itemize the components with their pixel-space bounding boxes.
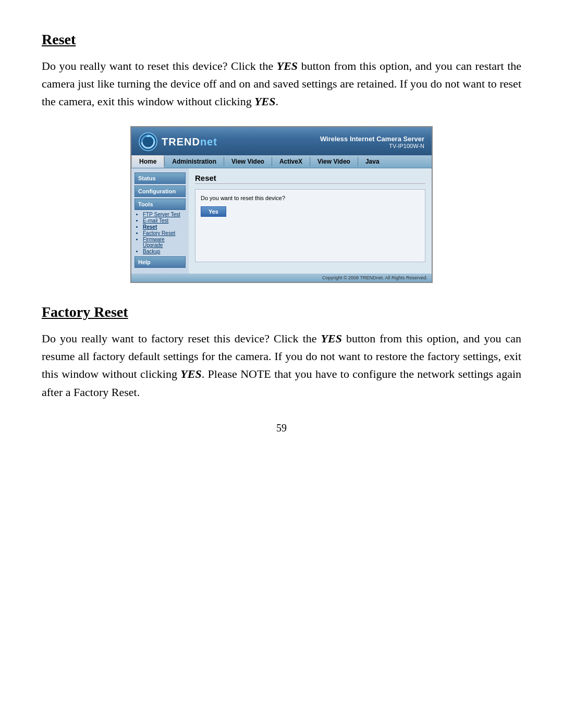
cam-logo: TRENDnet: [139, 132, 217, 151]
cam-header: TRENDnet Wireless Internet Camera Server…: [131, 127, 432, 155]
factory-reset-para-start: Do you really want to factory reset this…: [42, 332, 321, 345]
nav-view-video-activex-btn[interactable]: View Video: [224, 155, 272, 168]
sidebar-factory-reset-link[interactable]: Factory Reset: [143, 230, 175, 236]
sidebar-email-test-link[interactable]: E-mail Test: [143, 218, 168, 224]
sidebar-status-btn[interactable]: Status: [134, 172, 186, 184]
sidebar-tools-list: FTP Server Test E-mail Test Reset Factor…: [134, 212, 186, 254]
cam-sidebar: Status Configuration Tools FTP Server Te…: [131, 168, 189, 274]
sidebar-ftp-server-test[interactable]: FTP Server Test: [143, 212, 186, 217]
nav-view-video-java-btn[interactable]: View Video: [310, 155, 358, 168]
nav-activex-btn[interactable]: ActiveX: [272, 155, 310, 168]
cam-body: Status Configuration Tools FTP Server Te…: [131, 168, 432, 274]
cam-title-right: Wireless Internet Camera Server TV-IP100…: [320, 135, 424, 149]
factory-reset-yes-mid: YES: [180, 367, 201, 380]
sidebar-firmware-upgrade-link[interactable]: Firmware Upgrade: [143, 237, 165, 248]
reset-section-title: Reset: [42, 31, 521, 48]
trendnet-logo-icon: [139, 132, 157, 151]
nav-java-btn[interactable]: Java: [358, 155, 387, 168]
sidebar-backup-link[interactable]: Backup: [143, 249, 160, 254]
reset-para-start: Do you really want to reset this device?…: [42, 59, 277, 72]
yes-button[interactable]: Yes: [201, 206, 226, 217]
sidebar-email-test[interactable]: E-mail Test: [143, 218, 186, 224]
cam-nav: Home Administration View Video ActiveX V…: [131, 155, 432, 168]
content-question: Do you want to reset this device?: [201, 195, 420, 201]
brand-name: TRENDnet: [162, 136, 217, 148]
nav-administration-btn[interactable]: Administration: [165, 155, 224, 168]
reset-period: .: [276, 95, 279, 108]
factory-reset-section-title: Factory Reset: [42, 304, 521, 320]
sidebar-firmware-upgrade[interactable]: Firmware Upgrade: [143, 237, 186, 248]
cam-footer: Copyright © 2008 TRENDnet. All Rights Re…: [131, 274, 432, 282]
factory-reset-body-text: Do you really want to factory reset this…: [42, 330, 521, 401]
nav-view-video-activex-label: View Video: [231, 158, 264, 165]
sidebar-backup[interactable]: Backup: [143, 249, 186, 254]
factory-reset-section: Factory Reset Do you really want to fact…: [42, 304, 521, 401]
product-model: TV-IP100W-N: [320, 143, 424, 149]
sidebar-tools-btn[interactable]: Tools: [134, 199, 186, 210]
sidebar-reset-link[interactable]: Reset: [143, 224, 157, 230]
content-title: Reset: [195, 174, 425, 184]
reset-body-text: Do you really want to reset this device?…: [42, 57, 521, 110]
reset-yes-inline: YES: [277, 59, 298, 72]
sidebar-factory-reset[interactable]: Factory Reset: [143, 230, 186, 236]
page-number: 59: [42, 422, 521, 434]
content-inner: Do you want to reset this device? Yes: [195, 189, 425, 262]
factory-reset-yes-inline: YES: [321, 332, 342, 345]
sidebar-help-btn[interactable]: Help: [134, 256, 186, 268]
cam-content: Reset Do you want to reset this device? …: [189, 168, 432, 274]
nav-home-btn[interactable]: Home: [131, 155, 164, 168]
sidebar-ftp-server-test-link[interactable]: FTP Server Test: [143, 212, 180, 217]
product-title: Wireless Internet Camera Server: [320, 135, 424, 143]
sidebar-configuration-btn[interactable]: Configuration: [134, 186, 186, 197]
reset-yes-end: YES: [254, 95, 275, 108]
camera-ui-screenshot: TRENDnet Wireless Internet Camera Server…: [130, 126, 433, 283]
sidebar-reset[interactable]: Reset: [143, 224, 186, 230]
nav-view-video-java-label: View Video: [317, 158, 350, 165]
